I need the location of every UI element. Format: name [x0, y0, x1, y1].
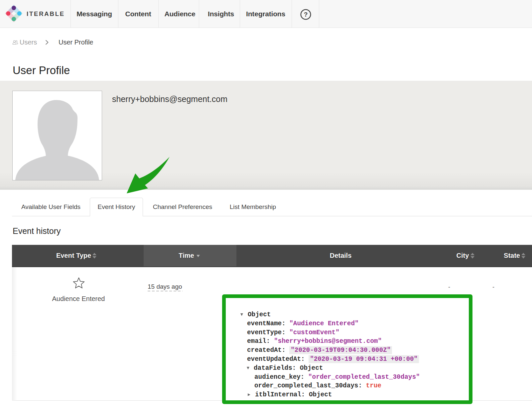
svg-text:?: ?	[304, 11, 308, 18]
